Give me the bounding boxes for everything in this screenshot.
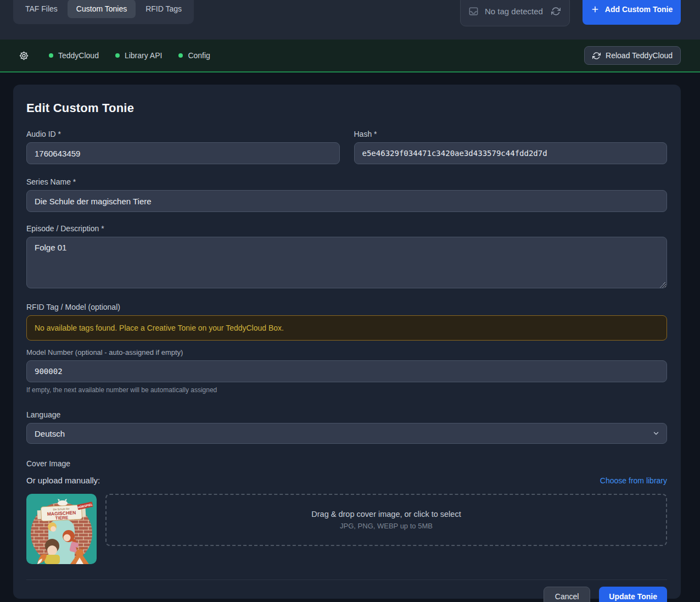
cover-art-illustration: Die Schule der MAGISCHEN TIERE HÖRSPIEL	[26, 494, 97, 564]
top-toolbar: TAF Files Custom Tonies RFID Tags No tag…	[0, 0, 700, 40]
no-tags-warning-text: No available tags found. Place a Creativ…	[35, 324, 284, 332]
choose-from-library-link[interactable]: Choose from library	[600, 476, 667, 485]
cancel-button[interactable]: Cancel	[544, 587, 591, 602]
add-custom-tonie-label: Add Custom Tonie	[605, 5, 673, 14]
update-tonie-button[interactable]: Update Tonie	[599, 587, 667, 602]
service-status-list: TeddyCloud Library API Config	[49, 51, 210, 60]
dropzone-hint: JPG, PNG, WEBP up to 5MB	[340, 522, 433, 530]
dropzone-title: Drag & drop cover image, or click to sel…	[311, 510, 461, 519]
no-tags-warning: No available tags found. Place a Creativ…	[26, 315, 667, 341]
series-name-input[interactable]	[26, 190, 667, 212]
hash-field-group: Hash *	[354, 130, 668, 164]
cover-image-section: Cover Image Or upload manually: Choose f…	[26, 459, 667, 564]
cover-dropzone[interactable]: Drag & drop cover image, or click to sel…	[105, 494, 667, 546]
model-number-label: Model Number (optional - auto-assigned i…	[26, 348, 667, 356]
audio-id-field-group: Audio ID *	[26, 130, 340, 164]
status-config-label: Config	[188, 51, 210, 60]
series-name-field-group: Series Name *	[26, 177, 667, 212]
page-title: Edit Custom Tonie	[26, 101, 667, 115]
tag-status-indicator[interactable]: No tag detected	[460, 0, 570, 26]
hash-label: Hash *	[354, 130, 668, 138]
view-tab-group: TAF Files Custom Tonies RFID Tags	[13, 0, 194, 24]
tab-custom-tonies[interactable]: Custom Tonies	[68, 0, 136, 18]
series-name-label: Series Name *	[26, 177, 667, 186]
language-select[interactable]: Deutsch	[26, 423, 667, 444]
svg-text:TIERE: TIERE	[55, 515, 69, 521]
edit-custom-tonie-card: Edit Custom Tonie Audio ID * Hash * Seri…	[13, 85, 681, 599]
rfid-section: RFID Tag / Model (optional) No available…	[26, 303, 667, 394]
green-status-dot	[178, 53, 183, 58]
rfid-label: RFID Tag / Model (optional)	[26, 303, 667, 311]
gear-icon[interactable]	[19, 51, 29, 61]
reload-teddycloud-label: Reload TeddyCloud	[606, 51, 673, 60]
status-config[interactable]: Config	[178, 51, 210, 60]
refresh-icon	[592, 52, 601, 60]
inbox-tray-icon	[468, 6, 479, 16]
form-footer: Cancel Update Tonie	[26, 579, 667, 602]
status-library-api-label: Library API	[125, 51, 162, 60]
refresh-tag-icon[interactable]	[551, 7, 561, 16]
episode-textarea[interactable]: Folge 01	[26, 237, 667, 288]
plus-icon	[591, 5, 600, 14]
model-number-helper: If empty, the next available number will…	[26, 386, 667, 394]
language-section: Language Deutsch	[26, 410, 667, 444]
status-navbar: TeddyCloud Library API Config Reload Ted…	[0, 40, 700, 73]
language-selected-value: Deutsch	[35, 429, 65, 438]
episode-label: Episode / Description *	[26, 224, 667, 233]
reload-teddycloud-button[interactable]: Reload TeddyCloud	[584, 46, 681, 65]
episode-field-group: Episode / Description * Folge 01	[26, 224, 667, 291]
language-label: Language	[26, 410, 667, 419]
tab-rfid-tags[interactable]: RFID Tags	[137, 0, 191, 18]
hash-input[interactable]	[354, 142, 668, 164]
audio-id-input[interactable]	[26, 142, 340, 164]
status-teddycloud-label: TeddyCloud	[58, 51, 99, 60]
model-number-input[interactable]	[26, 360, 667, 382]
add-custom-tonie-button[interactable]: Add Custom Tonie	[583, 0, 681, 25]
status-teddycloud[interactable]: TeddyCloud	[49, 51, 99, 60]
green-status-dot	[49, 53, 53, 58]
cover-image-label: Cover Image	[26, 459, 667, 468]
cover-image-thumbnail[interactable]: Die Schule der MAGISCHEN TIERE HÖRSPIEL	[26, 494, 97, 564]
status-library-api[interactable]: Library API	[115, 51, 162, 60]
audio-id-label: Audio ID *	[26, 130, 340, 138]
tag-status-label: No tag detected	[485, 7, 543, 16]
tab-taf-files[interactable]: TAF Files	[16, 0, 66, 18]
green-status-dot	[115, 53, 120, 58]
chevron-down-icon	[652, 430, 660, 437]
upload-manually-label: Or upload manually:	[26, 476, 100, 485]
